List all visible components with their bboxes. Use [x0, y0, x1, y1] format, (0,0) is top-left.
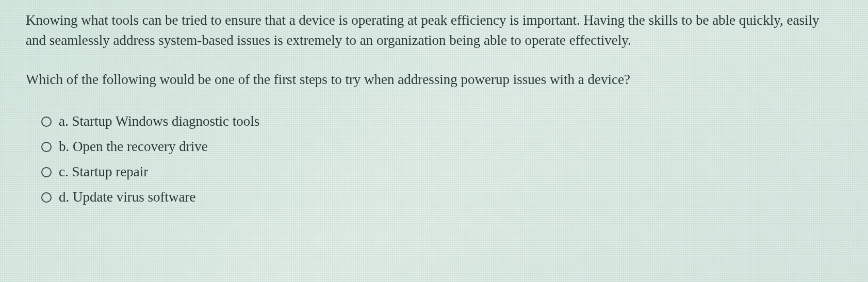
- question-intro-text: Knowing what tools can be tried to ensur…: [26, 10, 842, 51]
- option-d[interactable]: d. Update virus software: [41, 188, 842, 206]
- option-label: c. Startup repair: [59, 163, 148, 181]
- option-a[interactable]: a. Startup Windows diagnostic tools: [41, 112, 842, 130]
- option-b[interactable]: b. Open the recovery drive: [41, 138, 842, 156]
- radio-icon[interactable]: [41, 192, 52, 203]
- option-label: b. Open the recovery drive: [59, 138, 208, 156]
- option-c[interactable]: c. Startup repair: [41, 163, 842, 181]
- option-label: d. Update virus software: [59, 188, 195, 206]
- radio-icon[interactable]: [41, 142, 52, 152]
- option-label: a. Startup Windows diagnostic tools: [59, 112, 259, 130]
- radio-icon[interactable]: [41, 167, 52, 177]
- radio-icon[interactable]: [41, 117, 52, 127]
- question-prompt: Which of the following would be one of t…: [26, 70, 842, 90]
- answer-options-group: a. Startup Windows diagnostic tools b. O…: [26, 112, 842, 206]
